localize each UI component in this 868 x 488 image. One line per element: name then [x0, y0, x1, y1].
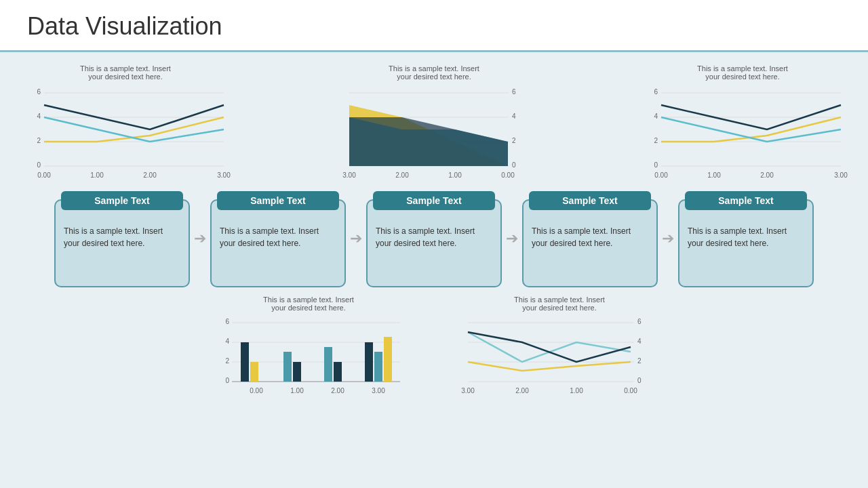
- svg-text:6: 6: [225, 318, 229, 325]
- svg-rect-58: [241, 342, 249, 382]
- svg-rect-60: [283, 352, 292, 382]
- svg-text:0: 0: [37, 161, 41, 169]
- svg-text:1.00: 1.00: [707, 171, 721, 179]
- process-card-5: Sample Text This is a sample text. Inser…: [678, 199, 814, 287]
- svg-text:1.00: 1.00: [90, 171, 104, 179]
- svg-text:3.00: 3.00: [342, 171, 356, 179]
- top-left-chart: This is a sample text. Insert your desir…: [20, 59, 231, 184]
- chart-title-text2: your desired text here.: [88, 73, 162, 81]
- svg-marker-28: [349, 117, 508, 166]
- svg-text:3.00: 3.00: [217, 171, 231, 179]
- svg-text:0: 0: [512, 161, 516, 169]
- svg-text:This is a sample text. Insert: This is a sample text. Insert: [514, 296, 605, 304]
- process-card-5-header: Sample Text: [685, 191, 807, 210]
- svg-text:3.00: 3.00: [461, 387, 475, 394]
- svg-text:2: 2: [225, 357, 229, 365]
- svg-text:2: 2: [637, 357, 642, 365]
- arrow-3: ➔: [502, 230, 522, 247]
- svg-rect-62: [324, 347, 332, 382]
- svg-text:0.00: 0.00: [250, 387, 263, 394]
- svg-text:0.00: 0.00: [624, 387, 637, 394]
- svg-text:4: 4: [654, 113, 658, 120]
- bottom-left-chart: This is a sample text. Insert your desir…: [210, 293, 407, 411]
- svg-text:2: 2: [512, 137, 516, 144]
- svg-text:2.00: 2.00: [515, 387, 529, 394]
- bottom-left-chart-svg: This is a sample text. Insert your desir…: [210, 293, 407, 411]
- svg-text:0.00: 0.00: [654, 171, 668, 179]
- top-left-chart-svg: This is a sample text. Insert your desir…: [20, 59, 231, 184]
- bottom-right-chart: This is a sample text. Insert your desir…: [461, 293, 658, 411]
- svg-text:2.00: 2.00: [143, 171, 157, 179]
- svg-text:0.00: 0.00: [501, 171, 515, 179]
- top-middle-chart-svg: This is a sample text. Insert your desir…: [339, 59, 529, 184]
- svg-text:1.00: 1.00: [290, 387, 304, 394]
- arrow-2: ➔: [346, 230, 366, 247]
- process-card-4-header: Sample Text: [529, 191, 651, 210]
- svg-text:2: 2: [37, 137, 41, 144]
- process-flow-row: Sample Text This is a sample text. Inser…: [20, 190, 848, 287]
- svg-rect-61: [293, 362, 301, 382]
- page-title: Data Visualization: [27, 12, 841, 41]
- svg-text:2: 2: [654, 137, 658, 144]
- svg-text:6: 6: [512, 88, 516, 96]
- top-right-chart-svg: This is a sample text. Insert your desir…: [637, 59, 848, 184]
- process-card-3-body: This is a sample text. Insert your desir…: [376, 225, 492, 249]
- bottom-right-chart-svg: This is a sample text. Insert your desir…: [461, 293, 658, 411]
- svg-text:1.00: 1.00: [448, 171, 462, 179]
- process-card-4-body: This is a sample text. Insert your desir…: [532, 225, 648, 249]
- process-card-4: Sample Text This is a sample text. Inser…: [522, 199, 658, 287]
- svg-text:This is a sample text. Insert: This is a sample text. Insert: [697, 64, 788, 73]
- main-content: This is a sample text. Insert your desir…: [0, 52, 868, 418]
- svg-text:your desired text here.: your desired text here.: [705, 73, 779, 81]
- svg-text:4: 4: [512, 113, 516, 120]
- svg-rect-66: [384, 337, 392, 382]
- svg-rect-59: [250, 362, 258, 382]
- svg-text:2.00: 2.00: [331, 387, 344, 394]
- svg-text:0: 0: [225, 377, 229, 384]
- svg-text:2.00: 2.00: [760, 171, 774, 179]
- process-card-1-body: This is a sample text. Insert your desir…: [64, 225, 180, 249]
- svg-text:6: 6: [37, 88, 41, 96]
- svg-text:6: 6: [654, 88, 658, 96]
- svg-text:4: 4: [37, 113, 41, 120]
- chart-title-text: This is a sample text. Insert: [80, 64, 171, 73]
- process-card-1-header: Sample Text: [61, 191, 183, 210]
- page: Data Visualization This is a sample text…: [0, 0, 868, 488]
- svg-text:This is a sample text. Insert: This is a sample text. Insert: [263, 296, 354, 304]
- top-right-chart: This is a sample text. Insert your desir…: [637, 59, 848, 184]
- svg-text:your desired text here.: your desired text here.: [397, 73, 471, 81]
- svg-text:0.00: 0.00: [37, 171, 51, 179]
- svg-rect-63: [334, 362, 342, 382]
- arrow-1: ➔: [190, 230, 210, 247]
- svg-text:4: 4: [637, 338, 642, 345]
- top-charts-row: This is a sample text. Insert your desir…: [20, 59, 848, 184]
- process-card-2-body: This is a sample text. Insert your desir…: [220, 225, 336, 249]
- svg-text:4: 4: [225, 338, 229, 345]
- process-card-3: Sample Text This is a sample text. Inser…: [366, 199, 502, 287]
- process-card-2: Sample Text This is a sample text. Inser…: [210, 199, 346, 287]
- svg-text:2.00: 2.00: [395, 171, 409, 179]
- svg-text:6: 6: [637, 318, 642, 325]
- process-card-3-header: Sample Text: [373, 191, 495, 210]
- svg-text:your desired text here.: your desired text here.: [522, 304, 596, 312]
- svg-text:your desired text here.: your desired text here.: [271, 304, 345, 312]
- process-card-2-header: Sample Text: [217, 191, 339, 210]
- bottom-charts-row: This is a sample text. Insert your desir…: [20, 293, 848, 411]
- header: Data Visualization: [0, 0, 868, 52]
- svg-rect-64: [365, 342, 373, 382]
- svg-rect-65: [374, 352, 382, 382]
- svg-text:This is a sample text. Insert: This is a sample text. Insert: [389, 64, 479, 73]
- svg-text:1.00: 1.00: [570, 387, 583, 394]
- process-card-1: Sample Text This is a sample text. Inser…: [54, 199, 190, 287]
- svg-text:3.00: 3.00: [834, 171, 848, 179]
- process-card-5-body: This is a sample text. Insert your desir…: [688, 225, 804, 249]
- svg-text:0: 0: [654, 161, 658, 169]
- svg-text:3.00: 3.00: [372, 387, 385, 394]
- arrow-4: ➔: [658, 230, 678, 247]
- svg-text:0: 0: [637, 377, 642, 384]
- top-middle-chart: This is a sample text. Insert your desir…: [339, 59, 529, 184]
